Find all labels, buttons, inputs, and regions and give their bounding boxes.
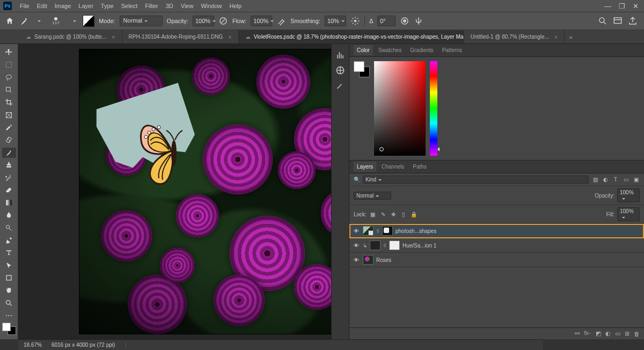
new-layer-icon[interactable]: ⊞ <box>625 330 630 337</box>
wand-tool-icon[interactable] <box>2 85 16 95</box>
brush-preview[interactable]: 117 <box>47 13 64 28</box>
hue-slider[interactable] <box>430 61 437 156</box>
color-swatches[interactable] <box>2 323 16 335</box>
close-icon[interactable]: ✕ <box>633 2 639 10</box>
brush-picker-caret[interactable] <box>69 16 78 26</box>
workspace-icon[interactable] <box>613 16 623 26</box>
menu-layer[interactable]: Layer <box>75 1 97 11</box>
pressure-opacity-icon[interactable] <box>218 16 228 26</box>
visibility-icon[interactable]: 👁 <box>353 228 360 234</box>
panel-tab-layers[interactable]: Layers <box>354 162 376 172</box>
status-chevron-icon[interactable]: 〉 <box>125 341 130 349</box>
dodge-tool-icon[interactable] <box>2 223 16 233</box>
crop-tool-icon[interactable] <box>2 97 16 107</box>
history-brush-tool-icon[interactable] <box>2 172 16 183</box>
gradient-tool-icon[interactable] <box>2 198 16 208</box>
menu-help[interactable]: Help <box>226 1 246 11</box>
new-group-icon[interactable]: ▭ <box>615 330 620 337</box>
visibility-icon[interactable]: 👁 <box>353 257 360 263</box>
angle-input[interactable]: 0° <box>377 16 396 26</box>
lock-pos-icon[interactable]: ✥ <box>390 210 397 218</box>
lasso-tool-icon[interactable] <box>2 72 16 83</box>
minimize-icon[interactable]: — <box>604 2 611 10</box>
doc-info[interactable]: 6016 px x 4000 px (72 ppi) <box>52 342 115 348</box>
layer-opacity-input[interactable]: 100% <box>617 188 640 202</box>
filter-shape-icon[interactable]: ▭ <box>622 176 630 184</box>
link-icon[interactable]: 𝟾 <box>376 228 379 234</box>
tabs-overflow-icon[interactable]: » <box>565 30 576 43</box>
panel-tab-paths[interactable]: Paths <box>409 162 430 172</box>
brush-tool-icon[interactable] <box>2 148 16 158</box>
search-icon[interactable]: 🔍 <box>354 177 360 183</box>
panel-tab-channels[interactable]: Channels <box>378 162 407 172</box>
lock-all-icon[interactable]: 🔒 <box>410 210 418 218</box>
brush-tool-icon[interactable] <box>19 16 29 26</box>
menu-select[interactable]: Select <box>118 1 142 11</box>
tab-close-icon[interactable]: × <box>228 34 231 40</box>
layer-fx-icon[interactable]: fx˅ <box>584 330 591 338</box>
symmetry-icon[interactable] <box>414 16 423 26</box>
panel-tab-swatches[interactable]: Swatches <box>375 45 405 55</box>
link-icon[interactable]: 𝟾 <box>383 242 386 249</box>
menu-view[interactable]: View <box>177 1 197 11</box>
hand-tool-icon[interactable] <box>2 285 16 295</box>
fill-input[interactable]: 100% <box>617 207 640 221</box>
smoothing-input[interactable]: 10% <box>325 16 346 26</box>
eyedropper-tool-icon[interactable] <box>2 122 16 133</box>
add-mask-icon[interactable]: ◩ <box>596 330 601 337</box>
edit-toolbar-icon[interactable]: ⋯ <box>2 310 16 320</box>
layer-row[interactable]: 👁↳𝟾Hue/Sa...ion 1 <box>349 238 644 253</box>
delete-layer-icon[interactable]: 🗑 <box>634 331 640 337</box>
visibility-icon[interactable]: 👁 <box>353 243 360 249</box>
blend-mode-select[interactable]: Normal <box>120 16 163 26</box>
tool-preset-picker[interactable] <box>33 16 43 26</box>
path-select-tool-icon[interactable] <box>2 260 16 271</box>
opacity-input[interactable]: 100% <box>193 16 214 26</box>
tab-close-icon[interactable]: × <box>112 34 115 40</box>
new-adjust-icon[interactable]: ◐ <box>605 330 611 337</box>
saturation-value-picker[interactable] <box>374 61 426 156</box>
maximize-icon[interactable]: ❐ <box>619 2 625 10</box>
panel-swatches[interactable] <box>354 61 370 77</box>
document-tab[interactable]: Untitled-1 @ 80.7% (Rectangle...× <box>464 30 565 43</box>
dock-adjust-icon[interactable] <box>335 65 346 75</box>
layer-name[interactable]: photosh...shapes <box>396 228 641 234</box>
home-icon[interactable] <box>4 16 15 26</box>
menu-image[interactable]: Image <box>51 1 75 11</box>
eraser-tool-icon[interactable] <box>2 185 16 195</box>
layer-name[interactable]: Roses <box>376 257 641 263</box>
type-tool-icon[interactable] <box>2 247 16 258</box>
layer-thumb[interactable] <box>363 255 374 265</box>
filter-adjust-icon[interactable]: ◐ <box>602 176 609 184</box>
mask-thumb[interactable] <box>389 240 400 250</box>
share-icon[interactable] <box>628 16 638 26</box>
tab-close-icon[interactable]: × <box>554 34 558 40</box>
lock-nest-icon[interactable]: ▯ <box>400 210 407 218</box>
layer-row[interactable]: 👁Roses <box>349 253 644 267</box>
layer-thumb[interactable] <box>363 226 374 236</box>
pen-tool-icon[interactable] <box>2 235 16 245</box>
dock-histogram-icon[interactable] <box>335 50 346 60</box>
pressure-size-icon[interactable] <box>400 16 409 26</box>
menu-edit[interactable]: Edit <box>33 1 51 11</box>
document-tab[interactable]: RPH-130104-Adobe-Roping-6911.DNG× <box>122 30 239 43</box>
brush-panel-toggle-icon[interactable] <box>83 15 94 27</box>
layer-name[interactable]: Hue/Sa...ion 1 <box>402 243 641 249</box>
frame-tool-icon[interactable] <box>2 110 16 120</box>
flow-input[interactable]: 100% <box>251 16 272 26</box>
zoom-tool-icon[interactable] <box>2 298 16 308</box>
mask-thumb[interactable] <box>382 226 393 236</box>
move-tool-icon[interactable] <box>2 47 16 57</box>
shape-tool-icon[interactable] <box>2 273 16 283</box>
panel-tab-patterns[interactable]: Patterns <box>439 45 465 55</box>
menu-window[interactable]: Window <box>197 1 225 11</box>
document-canvas[interactable] <box>79 49 331 334</box>
panel-tab-color[interactable]: Color <box>354 45 373 55</box>
heal-tool-icon[interactable] <box>2 135 16 145</box>
layer-blend-select[interactable]: Normal <box>354 192 391 200</box>
document-tab[interactable]: ☁Sarang.psdc @ 100% (butte...× <box>19 30 122 43</box>
marquee-tool-icon[interactable] <box>2 60 16 70</box>
layer-thumb[interactable] <box>370 240 380 250</box>
filter-type-icon[interactable]: T <box>612 176 619 184</box>
menu-3d[interactable]: 3D <box>162 1 177 11</box>
